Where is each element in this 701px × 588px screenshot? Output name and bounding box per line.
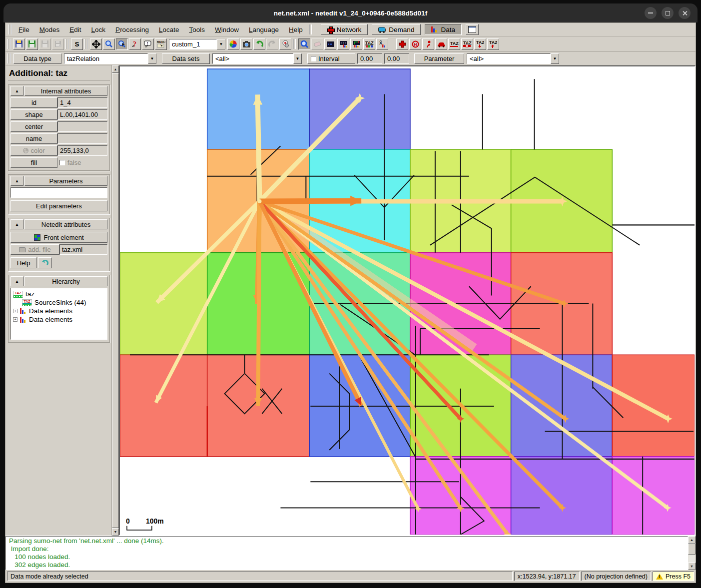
minimize-button[interactable] <box>645 7 657 19</box>
supermode-demand-button[interactable]: Demand <box>372 24 421 35</box>
interval-checkbox[interactable] <box>311 56 316 61</box>
tree-item-sourcesinks[interactable]: TAZ SourceSinks (44) <box>12 298 106 307</box>
expand-icon[interactable]: + <box>13 317 17 322</box>
taz-relation-arrow[interactable] <box>260 201 362 201</box>
scroll-down-icon[interactable]: ▼ <box>688 563 696 570</box>
chevron-down-icon[interactable]: ▼ <box>551 53 559 64</box>
save-sumo-config-button[interactable] <box>26 38 38 50</box>
menu-edit[interactable]: Edit <box>64 24 86 35</box>
interval-end-field[interactable]: 0.00 <box>384 53 409 64</box>
tree-item-data-elements-1[interactable]: + Data elements <box>12 307 106 315</box>
shape-field[interactable]: L.00,1401.00 <box>57 109 107 120</box>
add-file-button[interactable]: add. file <box>10 244 59 255</box>
tazrel-drawing-from-toggle[interactable]: TAZ <box>474 38 486 50</box>
network-canvas[interactable]: 0100m <box>120 66 695 535</box>
redo-button[interactable] <box>266 38 278 50</box>
id-label[interactable]: id <box>10 97 57 108</box>
toolbar-grip[interactable] <box>84 39 88 49</box>
collapse-button[interactable]: ▲ <box>10 219 23 229</box>
geo-locator-button[interactable] <box>279 38 291 50</box>
collapse-button[interactable]: ▲ <box>10 176 23 186</box>
show-stops-toggle[interactable]: H <box>409 38 421 50</box>
snapshot-button[interactable] <box>240 38 252 50</box>
relation-hub[interactable] <box>258 199 262 203</box>
expand-icon[interactable]: + <box>13 309 17 313</box>
save-additionals-button[interactable] <box>39 38 51 50</box>
group-title[interactable]: Hierarchy <box>24 276 107 286</box>
front-element-button[interactable]: Front element <box>10 232 107 243</box>
toolbar-grip[interactable] <box>7 53 11 63</box>
collapse-button[interactable]: ▲ <box>10 86 23 96</box>
zoom-in-button[interactable] <box>298 38 310 50</box>
toolbar-grip[interactable] <box>309 24 312 34</box>
close-button[interactable] <box>679 7 691 19</box>
log-text[interactable]: Parsing sumo-net from 'net.net.xml' ... … <box>5 536 688 570</box>
context-help-button[interactable]: ? <box>129 38 141 50</box>
chevron-down-icon[interactable]: ▼ <box>293 53 302 64</box>
scroll-up-icon[interactable]: ▲ <box>688 536 696 544</box>
menu-file[interactable]: File <box>13 24 34 35</box>
add-file-field[interactable]: taz.xml <box>59 244 107 255</box>
data-type-combo[interactable]: tazRelation ▼ <box>64 53 156 64</box>
interval-begin-field[interactable]: 0.00 <box>357 53 382 64</box>
scrollbar-thumb[interactable] <box>688 544 696 555</box>
tazreldata-mode-button[interactable]: TAZ <box>363 38 375 50</box>
toolbar-grip[interactable] <box>8 24 12 34</box>
chevron-down-icon[interactable]: ▼ <box>217 39 225 49</box>
tazrel-drawing-to-toggle[interactable]: TAZ <box>487 38 499 50</box>
group-title[interactable]: Netedit attributes <box>24 219 107 229</box>
group-title[interactable]: Internal attributes <box>24 86 107 96</box>
maximize-button[interactable] <box>662 7 674 19</box>
toolbar-grip[interactable] <box>7 39 11 49</box>
parameter-combo[interactable]: <all> ▼ <box>467 53 559 64</box>
show-persons-toggle[interactable] <box>422 38 434 50</box>
edgerel-turn-mode-button[interactable] <box>350 38 362 50</box>
supermode-data-button[interactable]: Data <box>425 24 462 35</box>
taz-relation-arrow[interactable] <box>258 94 260 201</box>
show-taz-elements-toggle[interactable]: TAZ <box>448 38 460 50</box>
show-additionals-toggle[interactable] <box>396 38 408 50</box>
sidebar-scrollbar[interactable]: ▲ ▼ <box>111 65 119 536</box>
color-scheme-button[interactable] <box>227 38 239 50</box>
network-view[interactable]: 0100m <box>119 65 696 536</box>
menu-modes[interactable]: Modes <box>34 24 65 35</box>
taz-zone[interactable] <box>511 457 613 535</box>
log-scrollbar[interactable]: ▲ ▼ <box>688 536 696 570</box>
group-title[interactable]: Parameters <box>24 176 107 186</box>
eraser-button[interactable] <box>311 38 323 50</box>
taz-draw-fill-toggle[interactable]: TAZ <box>461 38 473 50</box>
meandata-mode-button[interactable]: X̄ <box>376 38 388 50</box>
center-label[interactable]: center <box>10 121 57 132</box>
new-window-button[interactable] <box>466 24 479 35</box>
color-field[interactable]: 255,133,0 <box>57 145 107 156</box>
data-sets-combo[interactable]: <all> ▼ <box>212 53 302 64</box>
color-button[interactable]: color <box>10 145 57 156</box>
taz-zone[interactable] <box>511 355 613 457</box>
taz-zone[interactable] <box>612 355 695 457</box>
menu-locate[interactable]: Locate <box>154 24 184 35</box>
menu-hamburger-button[interactable]: MENU <box>155 38 167 50</box>
edit-parameters-button[interactable]: Edit parameters <box>10 200 107 211</box>
zoom-extent-button[interactable] <box>103 38 115 50</box>
toolbar-grip[interactable] <box>65 39 69 49</box>
move-view-button[interactable] <box>90 38 102 50</box>
menu-lock[interactable]: Lock <box>86 24 111 35</box>
press-f5-badge[interactable]: Press F5 <box>653 572 694 581</box>
edgereldata-mode-button[interactable] <box>337 38 349 50</box>
taz-relation-arrow[interactable] <box>258 201 260 406</box>
reset-button[interactable] <box>38 257 52 268</box>
zoom-to-cursor-button[interactable] <box>116 38 128 50</box>
show-vehicles-toggle[interactable] <box>435 38 447 50</box>
menu-processing[interactable]: Processing <box>110 24 154 35</box>
s-button[interactable]: S <box>71 38 83 50</box>
fill-checkbox[interactable] <box>59 160 65 165</box>
name-label[interactable]: name <box>10 133 57 144</box>
view-preset-combo[interactable]: custom_1 ▼ <box>169 39 225 49</box>
chevron-down-icon[interactable]: ▼ <box>148 53 156 64</box>
save-demand-elements-button[interactable] <box>52 38 64 50</box>
parameters-field[interactable] <box>10 187 107 198</box>
tree-item-taz[interactable]: TAZ taz <box>12 290 106 298</box>
id-field[interactable]: 1_4 <box>57 97 107 108</box>
fill-label[interactable]: fill <box>10 157 57 168</box>
toolbar-grip[interactable] <box>293 39 296 49</box>
